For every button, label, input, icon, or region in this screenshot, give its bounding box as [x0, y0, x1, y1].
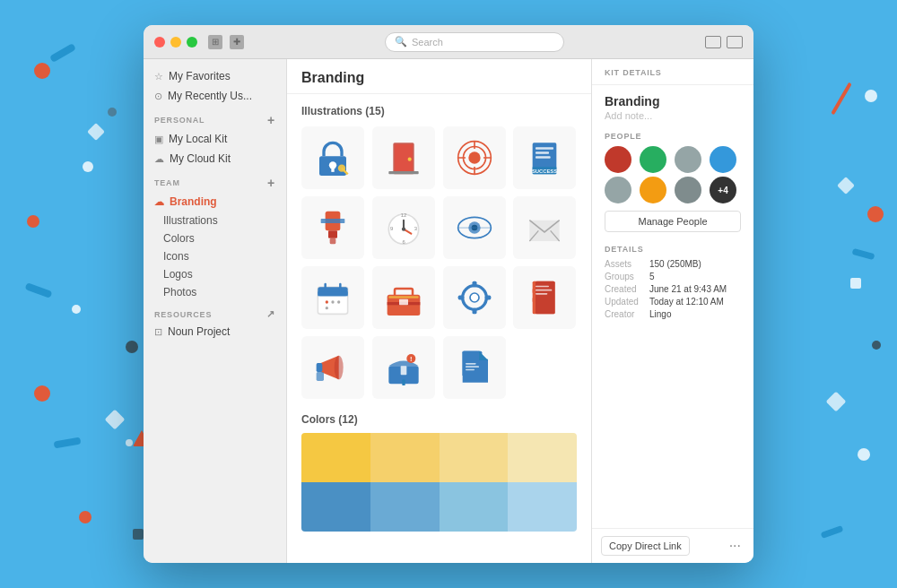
- cloud-team-icon: ☁: [154, 196, 164, 208]
- app-window: ⊞ ✚ 🔍 Search ☆ My Favorites ⊙ My Recentl…: [144, 25, 753, 563]
- illustration-mail[interactable]: [513, 196, 576, 259]
- illustration-calendar[interactable]: [301, 266, 364, 329]
- svg-rect-23: [328, 230, 337, 238]
- color-cell-6[interactable]: [440, 482, 509, 532]
- close-button[interactable]: [154, 37, 165, 48]
- local-kit-label: My Local Kit: [169, 133, 227, 145]
- colors-section-label: Colors (12): [301, 413, 577, 426]
- copy-direct-link-button[interactable]: Copy Direct Link: [601, 536, 690, 556]
- manage-people-button[interactable]: Manage People: [605, 211, 741, 232]
- svg-rect-79: [466, 369, 475, 371]
- main-header: Branding: [287, 59, 591, 94]
- kit-panel-body: Branding Add note... PEOPLE +4 Manage Pe…: [592, 85, 753, 528]
- assets-label: Assets: [605, 259, 646, 269]
- avatar-more: +4: [710, 177, 736, 203]
- sidebar-item-illustrations[interactable]: Illustrations: [144, 212, 286, 229]
- details-section-header: DETAILS: [605, 245, 741, 254]
- illustration-megaphone[interactable]: [301, 336, 364, 399]
- illustration-toolbox[interactable]: [372, 266, 435, 329]
- color-cell-1[interactable]: [370, 433, 440, 482]
- illustration-eye[interactable]: [443, 196, 506, 259]
- avatar-0: [605, 146, 631, 173]
- main-panel: Branding Illustrations (15): [287, 59, 592, 563]
- team-add-button[interactable]: +: [267, 176, 275, 190]
- layout-split-icon[interactable]: [727, 36, 743, 48]
- color-cell-3[interactable]: [508, 433, 577, 482]
- sidebar-item-icons[interactable]: Icons: [144, 247, 286, 265]
- sidebar-item-local-kit[interactable]: ▣ My Local Kit: [144, 129, 286, 149]
- layout-single-icon[interactable]: [705, 36, 721, 48]
- illustration-door[interactable]: [372, 126, 435, 189]
- created-value: June 21 at 9:43 AM: [649, 284, 727, 294]
- color-cell-5[interactable]: [370, 482, 440, 532]
- svg-point-47: [337, 300, 340, 303]
- color-cell-0[interactable]: [301, 433, 370, 482]
- illustration-notebook[interactable]: [513, 266, 576, 329]
- svg-text:3: 3: [414, 226, 416, 231]
- more-options-button[interactable]: ···: [726, 536, 745, 556]
- resources-header: RESOURCES ↗: [144, 301, 286, 322]
- illustrations-grid: SUCCESS: [301, 126, 577, 399]
- star-icon: ☆: [154, 71, 163, 82]
- illustration-target[interactable]: [443, 126, 506, 189]
- illustration-mailbox[interactable]: !: [372, 336, 435, 399]
- assets-value: 150 (250MB): [649, 259, 701, 269]
- illustration-clock[interactable]: 12 3 6 9: [372, 196, 435, 259]
- logos-label: Logos: [163, 268, 193, 281]
- color-cell-2[interactable]: [440, 433, 509, 482]
- created-row: Created June 21 at 9:43 AM: [605, 284, 741, 294]
- svg-rect-62: [536, 286, 549, 288]
- sidebar-item-colors[interactable]: Colors: [144, 229, 286, 247]
- updated-row: Updated Today at 12:10 AM: [605, 297, 741, 307]
- kit-panel-footer: Copy Direct Link ···: [592, 528, 753, 563]
- color-cell-7[interactable]: [508, 482, 577, 532]
- kit-name: Branding: [605, 94, 741, 108]
- main-content: Illustrations (15): [287, 94, 591, 563]
- svg-rect-2: [331, 169, 334, 172]
- illustration-brush[interactable]: [301, 196, 364, 259]
- svg-point-11: [468, 151, 480, 163]
- sidebar-item-cloud-kit[interactable]: ☁ My Cloud Kit: [144, 149, 286, 169]
- svg-rect-68: [317, 372, 324, 381]
- updated-label: Updated: [605, 297, 646, 307]
- color-cell-4[interactable]: [301, 482, 370, 532]
- svg-rect-52: [399, 299, 408, 306]
- illustration-register[interactable]: SUCCESS: [513, 126, 576, 189]
- branding-label: Branding: [170, 195, 217, 208]
- sidebar-item-logos[interactable]: Logos: [144, 265, 286, 283]
- svg-point-30: [402, 228, 405, 231]
- illustration-lock[interactable]: [301, 126, 364, 189]
- search-bar[interactable]: 🔍 Search: [385, 32, 564, 52]
- svg-point-45: [326, 300, 328, 303]
- sidebar-item-photos[interactable]: Photos: [144, 283, 286, 301]
- svg-point-48: [326, 307, 328, 309]
- illustration-document[interactable]: [443, 336, 506, 399]
- sidebar-item-branding[interactable]: ☁ Branding: [144, 192, 286, 212]
- kit-note[interactable]: Add note...: [605, 110, 741, 121]
- updated-value: Today at 12:10 AM: [649, 297, 724, 307]
- personal-add-button[interactable]: +: [267, 113, 275, 127]
- sidebar-item-noun-project[interactable]: ⊡ Noun Project: [144, 322, 286, 342]
- cloud-kit-label: My Cloud Kit: [170, 152, 231, 165]
- resources-external-icon[interactable]: ↗: [266, 308, 275, 320]
- maximize-button[interactable]: [187, 37, 197, 48]
- sidebar-item-recently[interactable]: ⊙ My Recently Us...: [144, 86, 286, 106]
- title-bar: ⊞ ✚ 🔍 Search: [144, 25, 753, 59]
- add-icon[interactable]: ✚: [230, 35, 244, 49]
- grid-icon[interactable]: ⊞: [208, 35, 222, 49]
- svg-rect-58: [457, 296, 464, 300]
- svg-rect-18: [536, 151, 549, 154]
- svg-text:!: !: [410, 355, 413, 363]
- search-placeholder: Search: [412, 37, 443, 48]
- team-header: TEAM +: [144, 169, 286, 192]
- sidebar-item-favorites[interactable]: ☆ My Favorites: [144, 66, 286, 86]
- svg-text:12: 12: [401, 212, 406, 218]
- search-icon: 🔍: [395, 36, 407, 48]
- illustration-settings-wheel[interactable]: [443, 266, 506, 329]
- sidebar: ☆ My Favorites ⊙ My Recently Us... PERSO…: [144, 59, 287, 563]
- app-body: ☆ My Favorites ⊙ My Recently Us... PERSO…: [144, 59, 753, 563]
- noun-project-label: Noun Project: [168, 325, 230, 338]
- svg-rect-57: [472, 308, 476, 315]
- local-kit-icon: ▣: [154, 134, 163, 145]
- minimize-button[interactable]: [170, 37, 181, 48]
